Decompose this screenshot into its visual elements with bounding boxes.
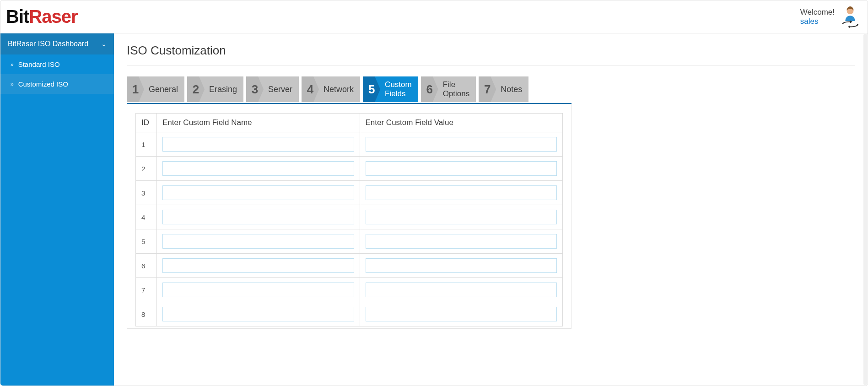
custom-field-value-input[interactable]	[366, 210, 557, 224]
step-tab-general[interactable]: 1 General	[127, 76, 184, 102]
logo-text-bit: Bit	[6, 6, 29, 27]
step-number: 1	[127, 76, 144, 102]
table-header-value: Enter Custom Field Value	[360, 114, 563, 132]
step-tab-erasing[interactable]: 2 Erasing	[187, 76, 243, 102]
table-row: 1	[136, 132, 563, 157]
row-id: 6	[136, 254, 157, 278]
custom-fields-table: ID Enter Custom Field Name Enter Custom …	[135, 113, 563, 326]
custom-field-name-input[interactable]	[162, 234, 354, 249]
step-tab-server[interactable]: 3 Server	[246, 76, 299, 102]
step-label: Erasing	[209, 85, 237, 94]
step-number: 2	[187, 76, 205, 102]
table-row: 5	[136, 229, 563, 254]
scrollbar-track[interactable]	[863, 34, 867, 385]
step-tab-notes[interactable]: 7 Notes	[479, 76, 528, 102]
step-label: General	[149, 85, 178, 94]
custom-field-name-input[interactable]	[162, 137, 354, 152]
table-row: 7	[136, 278, 563, 302]
custom-field-name-input[interactable]	[162, 210, 354, 224]
table-row: 2	[136, 157, 563, 181]
custom-field-value-input[interactable]	[366, 307, 557, 321]
step-tab-custom-fields[interactable]: 5 CustomFields	[363, 76, 418, 102]
custom-field-value-input[interactable]	[366, 258, 557, 273]
row-id: 1	[136, 132, 157, 157]
header-right: Welcome! sales	[800, 6, 859, 28]
main-content: ISO Customization 1 General 2 Erasing 3 …	[114, 33, 868, 386]
custom-field-name-input[interactable]	[162, 185, 354, 200]
row-id: 7	[136, 278, 157, 302]
welcome-block: Welcome! sales	[800, 8, 835, 26]
table-row: 6	[136, 254, 563, 278]
row-id: 2	[136, 157, 157, 181]
custom-fields-tbody: 1 2 3 4	[136, 132, 563, 326]
custom-fields-table-wrap: ID Enter Custom Field Name Enter Custom …	[127, 104, 571, 329]
step-label: CustomFields	[385, 80, 412, 98]
row-id: 4	[136, 205, 157, 229]
sidebar-section-title: BitRaser ISO Dashboard	[8, 40, 88, 48]
double-chevron-icon: »	[11, 61, 14, 68]
step-tab-network[interactable]: 4 Network	[302, 76, 360, 102]
step-number: 3	[246, 76, 264, 102]
table-header-name: Enter Custom Field Name	[157, 114, 360, 132]
step-label: FileOptions	[443, 80, 470, 98]
app-header: BitRaser Welcome! sales	[0, 0, 868, 33]
step-label: Server	[268, 85, 292, 94]
sidebar-item-label: Standard ISO	[18, 60, 60, 68]
logo-text-raser: Raser	[29, 6, 77, 27]
custom-field-value-input[interactable]	[366, 185, 557, 200]
sidebar-item-standard-iso[interactable]: » Standard ISO	[0, 54, 114, 74]
app-logo: BitRaser	[6, 6, 78, 27]
step-label: Network	[323, 85, 354, 94]
sidebar-item-customized-iso[interactable]: » Customized ISO	[0, 74, 114, 94]
step-number: 6	[421, 76, 438, 102]
double-chevron-icon: »	[11, 81, 14, 87]
step-tabs: 1 General 2 Erasing 3 Server 4 Network 5…	[127, 76, 571, 104]
welcome-label: Welcome!	[800, 8, 835, 17]
custom-field-name-input[interactable]	[162, 307, 354, 321]
user-avatar[interactable]	[841, 6, 859, 28]
row-id: 8	[136, 302, 157, 326]
step-number: 5	[363, 76, 380, 102]
table-header-id: ID	[136, 114, 157, 132]
switch-user-icon	[841, 21, 859, 28]
sidebar: BitRaser ISO Dashboard ⌄ » Standard ISO …	[0, 33, 114, 386]
step-tab-file-options[interactable]: 6 FileOptions	[421, 76, 476, 102]
custom-field-name-input[interactable]	[162, 258, 354, 273]
sidebar-section-dashboard[interactable]: BitRaser ISO Dashboard ⌄	[0, 33, 114, 54]
custom-field-value-input[interactable]	[366, 137, 557, 152]
row-id: 5	[136, 229, 157, 254]
custom-field-name-input[interactable]	[162, 283, 354, 297]
custom-field-value-input[interactable]	[366, 234, 557, 249]
custom-field-value-input[interactable]	[366, 161, 557, 176]
row-id: 3	[136, 181, 157, 205]
custom-field-value-input[interactable]	[366, 283, 557, 297]
user-avatar-icon	[842, 6, 858, 22]
page-title: ISO Customization	[127, 43, 855, 65]
step-number: 4	[302, 76, 319, 102]
step-number: 7	[479, 76, 496, 102]
chevron-down-icon: ⌄	[101, 40, 107, 48]
table-row: 4	[136, 205, 563, 229]
custom-field-name-input[interactable]	[162, 161, 354, 176]
step-label: Notes	[501, 85, 522, 94]
table-row: 8	[136, 302, 563, 326]
sidebar-item-label: Customized ISO	[18, 80, 68, 88]
table-row: 3	[136, 181, 563, 205]
user-name-link[interactable]: sales	[800, 17, 835, 26]
